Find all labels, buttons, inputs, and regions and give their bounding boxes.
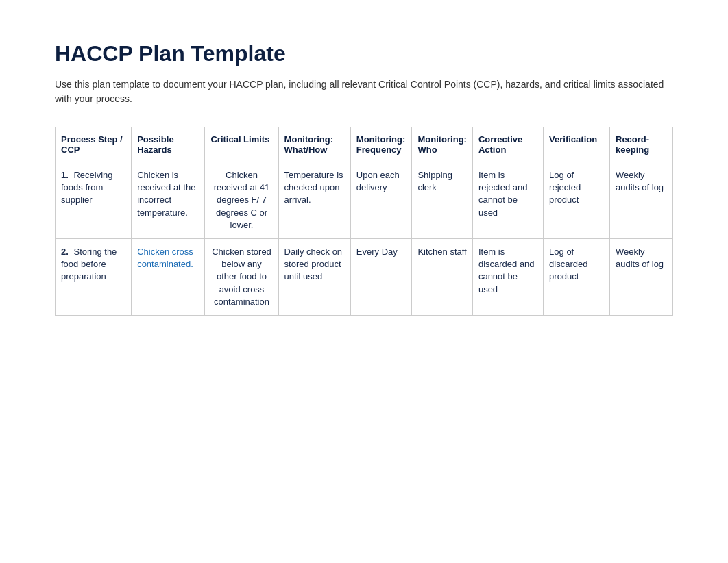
header-hazards: Possible Hazards [132, 127, 205, 162]
hazards-text-2: Chicken cross contaminated. [137, 247, 193, 269]
header-monitoring-frequency: Monitoring: Frequency [350, 127, 412, 162]
cell-frequency-1: Upon each delivery [350, 162, 412, 239]
recordkeeping-text-1: Weekly audits of log [616, 170, 664, 192]
who-text-2: Kitchen staff [417, 247, 466, 257]
cell-limits-2: Chicken stored below any other food to a… [205, 238, 278, 315]
page-subtitle: Use this plan template to document your … [55, 77, 672, 106]
cell-frequency-2: Every Day [350, 238, 412, 315]
cell-corrective-1: Item is rejected and cannot be used [472, 162, 543, 239]
header-verification: Verification [544, 127, 610, 162]
whathow-text-1: Temperature is checked upon arrival. [284, 170, 343, 205]
header-process-step: Process Step / CCP [56, 127, 132, 162]
limits-text-2: Chicken stored below any other food to a… [212, 247, 271, 307]
cell-recordkeeping-2: Weekly audits of log [610, 238, 673, 315]
who-text-1: Shipping clerk [417, 170, 452, 192]
frequency-text-1: Upon each delivery [356, 170, 400, 192]
header-corrective-action: Corrective Action [472, 127, 543, 162]
cell-limits-1: Chicken received at 41 degrees F/ 7 degr… [205, 162, 278, 239]
limits-text-1: Chicken received at 41 degrees F/ 7 degr… [214, 170, 270, 230]
verification-text-2: Log of discarded product [549, 247, 587, 282]
table-header-row: Process Step / CCP Possible Hazards Crit… [56, 127, 673, 162]
header-recordkeeping: Record-keeping [610, 127, 673, 162]
cell-verification-1: Log of rejected product [544, 162, 610, 239]
cell-hazards-1: Chicken is received at the incorrect tem… [132, 162, 205, 239]
cell-corrective-2: Item is discarded and cannot be used [472, 238, 543, 315]
frequency-text-2: Every Day [356, 247, 398, 257]
cell-who-2: Kitchen staff [412, 238, 472, 315]
cell-whathow-1: Temperature is checked upon arrival. [278, 162, 350, 239]
cell-process-step-1: 1. Receiving foods from supplier [56, 162, 132, 239]
header-monitoring-who: Monitoring: Who [412, 127, 472, 162]
cell-hazards-2: Chicken cross contaminated. [132, 238, 205, 315]
corrective-text-2: Item is discarded and cannot be used [478, 247, 535, 295]
header-monitoring-whathow: Monitoring: What/How [278, 127, 350, 162]
cell-verification-2: Log of discarded product [544, 238, 610, 315]
hazards-text-1: Chicken is received at the incorrect tem… [137, 170, 195, 218]
table-row: 2. Storing the food before preparation C… [56, 238, 673, 315]
verification-text-1: Log of rejected product [549, 170, 581, 205]
recordkeeping-text-2: Weekly audits of log [616, 247, 664, 269]
whathow-text-2: Daily check on stored product until used [284, 247, 343, 282]
header-critical-limits: Critical Limits [205, 127, 278, 162]
row-number-2: 2. [61, 247, 71, 257]
row-number-1: 1. [61, 170, 71, 180]
haccp-table: Process Step / CCP Possible Hazards Crit… [55, 127, 673, 316]
cell-whathow-2: Daily check on stored product until used [278, 238, 350, 315]
table-row: 1. Receiving foods from supplier Chicken… [56, 162, 673, 239]
cell-who-1: Shipping clerk [412, 162, 472, 239]
page-title: HACCP Plan Template [55, 41, 673, 66]
cell-process-step-2: 2. Storing the food before preparation [56, 238, 132, 315]
cell-recordkeeping-1: Weekly audits of log [610, 162, 673, 239]
corrective-text-1: Item is rejected and cannot be used [478, 170, 528, 218]
